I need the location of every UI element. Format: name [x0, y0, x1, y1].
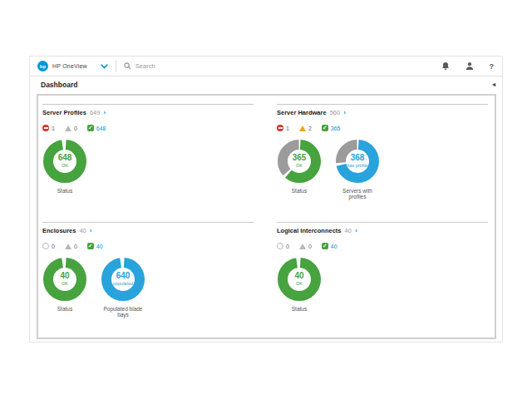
donut-label: Populated blade bays — [101, 306, 145, 318]
panel-count: 649 — [90, 109, 101, 116]
panel-count: 40 — [79, 227, 86, 234]
critical-icon — [42, 243, 49, 249]
critical-icon — [277, 125, 283, 131]
donut-chart: 648OK — [42, 139, 87, 184]
chevron-right-icon: › — [90, 228, 92, 234]
donut-label: Status — [277, 306, 322, 312]
dashboard-board: Server Profiles649›10✓648648OKStatusServ… — [38, 96, 495, 337]
help-icon[interactable]: ? — [490, 62, 495, 71]
status-summary: 10✓648 — [42, 125, 254, 131]
donut-label: Status — [42, 188, 87, 194]
donut-status[interactable]: 648OKStatus — [42, 139, 87, 194]
donut-row: 648OKStatus — [42, 139, 254, 194]
panel-count: 560 — [330, 109, 341, 116]
panel-divider — [42, 104, 254, 105]
critical-icon — [277, 243, 283, 249]
panel-link-enclosures[interactable]: Enclosures40› — [42, 227, 254, 234]
status-critical: 1 — [42, 125, 55, 131]
warning-count[interactable]: 2 — [308, 126, 312, 131]
warning-icon — [299, 244, 306, 249]
collapse-panel-icon[interactable]: ◂ — [492, 81, 495, 88]
ok-count[interactable]: 648 — [96, 126, 106, 131]
status-ok: ✓648 — [87, 125, 106, 131]
ok-count[interactable]: 40 — [331, 244, 337, 249]
critical-count[interactable]: 1 — [52, 126, 55, 131]
ok-icon: ✓ — [87, 243, 94, 249]
status-summary: 12✓365 — [277, 125, 488, 131]
critical-count[interactable]: 0 — [286, 244, 289, 249]
donut-status[interactable]: 40OKStatus — [42, 257, 87, 312]
donut-servers-with-profiles[interactable]: 368has profileServers with profiles — [335, 139, 380, 200]
warning-icon — [65, 126, 71, 131]
panel-logical-interconnects: Logical Interconnects40›00✓4040OKStatus — [277, 222, 488, 332]
ok-icon: ✓ — [322, 243, 328, 249]
donut-populated-blade-bays[interactable]: 640populatedPopulated blade bays — [101, 257, 145, 318]
product-name: HP OneView — [52, 63, 87, 69]
warning-count[interactable]: 0 — [308, 244, 312, 249]
chevron-right-icon: › — [103, 110, 106, 116]
status-ok: ✓40 — [322, 243, 337, 249]
search-input[interactable]: Search — [124, 62, 155, 70]
warning-count[interactable]: 0 — [74, 244, 77, 249]
user-icon[interactable] — [466, 62, 474, 71]
donut-chart: 40OK — [277, 257, 322, 302]
donut-row: 40OKStatus — [277, 257, 488, 312]
notifications-bell-icon[interactable] — [441, 62, 450, 71]
ok-icon: ✓ — [87, 125, 94, 131]
panel-link-server-profiles[interactable]: Server Profiles649› — [42, 109, 254, 116]
panel-title: Server Profiles — [42, 109, 86, 116]
ok-icon: ✓ — [322, 125, 328, 131]
donut-chart: 40OK — [42, 257, 87, 302]
donut-status[interactable]: 365OKStatus — [277, 139, 322, 194]
dashboard-content-frame: Server Profiles649›10✓648648OKStatusServ… — [37, 94, 496, 339]
ok-count[interactable]: 365 — [331, 126, 341, 131]
panel-link-server-hardware[interactable]: Server Hardware560› — [277, 109, 488, 116]
donut-label: Status — [277, 188, 322, 194]
panel-count: 40 — [345, 227, 352, 234]
panel-divider — [42, 222, 254, 223]
critical-count[interactable]: 1 — [286, 126, 289, 131]
warning-icon — [299, 126, 306, 131]
panel-title: Logical Interconnects — [277, 227, 342, 234]
donut-row: 365OKStatus368has profileServers with pr… — [277, 139, 488, 200]
status-warning: 2 — [299, 126, 312, 131]
app-window: hp HP OneView Search — [29, 56, 503, 342]
ok-count[interactable]: 40 — [96, 244, 103, 249]
status-critical: 1 — [277, 125, 289, 131]
search-icon — [124, 62, 131, 70]
status-warning: 0 — [65, 126, 77, 131]
warning-icon — [65, 244, 71, 249]
donut-status[interactable]: 40OKStatus — [277, 257, 322, 312]
toolbar-divider — [116, 60, 116, 72]
status-summary: 00✓40 — [277, 243, 488, 249]
panel-title: Enclosures — [42, 227, 76, 234]
donut-label: Status — [42, 306, 87, 312]
toolbar-right-icons: ? — [441, 62, 495, 71]
search-placeholder: Search — [135, 62, 155, 70]
donut-row: 40OKStatus640populatedPopulated blade ba… — [42, 257, 254, 318]
status-critical: 0 — [42, 243, 55, 249]
warning-count[interactable]: 0 — [74, 126, 77, 131]
panel-enclosures: Enclosures40›00✓4040OKStatus640populated… — [42, 222, 254, 332]
panel-divider — [277, 104, 488, 105]
status-ok: ✓365 — [322, 125, 341, 131]
status-ok: ✓40 — [87, 243, 103, 249]
panel-title: Server Hardware — [277, 109, 327, 116]
panel-link-logical-interconnects[interactable]: Logical Interconnects40› — [277, 227, 488, 234]
donut-chart: 365OK — [277, 139, 322, 184]
donut-chart: 368has profile — [335, 139, 380, 184]
status-summary: 00✓40 — [42, 243, 254, 249]
page-header-bar: Dashboard ◂ — [30, 76, 502, 93]
donut-label: Servers with profiles — [335, 188, 380, 200]
critical-icon — [42, 125, 49, 131]
page-background: hp HP OneView Search — [0, 0, 532, 399]
panel-server-hardware: Server Hardware560›12✓365365OKStatus368h… — [277, 104, 488, 222]
chevron-down-icon[interactable] — [101, 64, 108, 69]
hp-oneview-menu[interactable]: hp HP OneView — [37, 61, 108, 71]
top-toolbar: hp HP OneView Search — [30, 57, 502, 76]
donut-chart: 640populated — [101, 257, 145, 302]
chevron-right-icon: › — [355, 228, 357, 234]
hp-logo-icon: hp — [37, 61, 48, 71]
critical-count[interactable]: 0 — [52, 244, 55, 249]
status-critical: 0 — [277, 243, 289, 249]
